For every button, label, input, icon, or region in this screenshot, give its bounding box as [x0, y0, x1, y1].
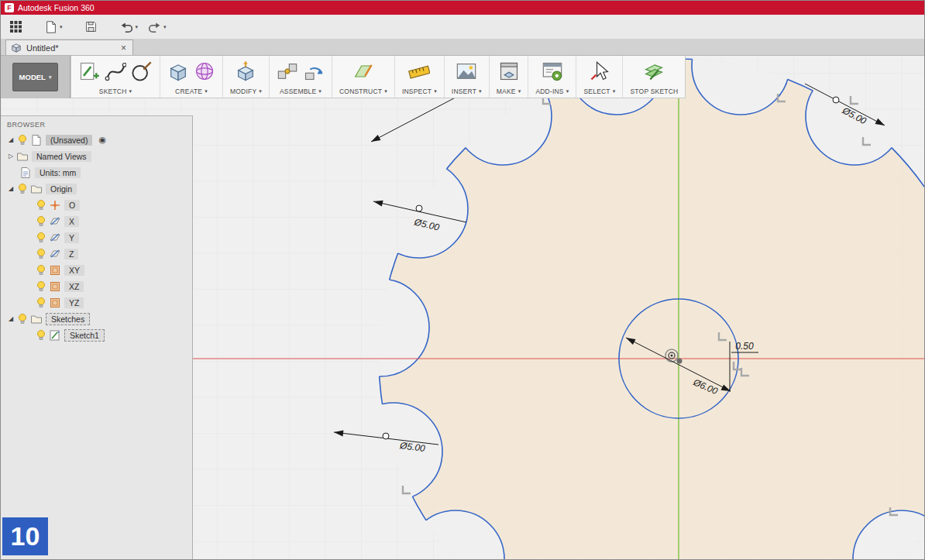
toolbar-group-select[interactable]: SELECT▾ [576, 56, 623, 98]
browser-row-axis-y[interactable]: Y [1, 229, 192, 246]
main-toolbar: MODEL ▾ [1, 56, 686, 98]
root-document-label[interactable]: (Unsaved) [46, 135, 92, 146]
circle-tool-icon[interactable] [131, 60, 153, 82]
plane-yz-label[interactable]: YZ [64, 297, 84, 308]
tab-untitled[interactable]: Untitled* × [5, 40, 133, 55]
plane-xy-label[interactable]: XY [64, 265, 84, 276]
redo-button[interactable]: ▾ [145, 18, 169, 36]
browser-row-sketch1[interactable]: Sketch1 [1, 327, 192, 343]
bulb-icon[interactable] [16, 313, 29, 325]
axis-y-label[interactable]: Y [64, 232, 79, 243]
browser-row-plane-xz[interactable]: XZ [1, 278, 192, 294]
collapse-arrow-icon[interactable]: ▷ [5, 153, 16, 160]
toolbar-label-make[interactable]: MAKE▾ [497, 88, 521, 95]
workspace-switcher-button[interactable]: MODEL ▾ [12, 63, 59, 91]
toolbar-group-construct[interactable]: CONSTRUCT▾ [332, 56, 395, 98]
named-views-label[interactable]: Named Views [32, 151, 91, 162]
file-menu-button[interactable]: ▾ [42, 18, 65, 36]
toolbar-group-insert[interactable]: INSERT▾ [445, 56, 490, 98]
bulb-icon[interactable] [35, 232, 47, 244]
document-icon [30, 134, 43, 146]
press-pull-icon[interactable] [235, 60, 256, 82]
document-cube-icon [11, 43, 22, 53]
origin-label[interactable]: Origin [46, 184, 77, 194]
bulb-icon[interactable] [35, 280, 47, 293]
browser-row-origin[interactable]: ◢ Origin [1, 180, 192, 197]
bulb-icon[interactable] [35, 297, 47, 309]
toolbar-label-inspect[interactable]: INSPECT▾ [402, 88, 437, 95]
browser-row-plane-yz[interactable]: YZ [1, 294, 192, 311]
browser-row-named-views[interactable]: ▷ Named Views [1, 148, 192, 164]
sketch-icon [49, 329, 61, 342]
axis-x-label[interactable]: X [64, 216, 79, 227]
app-grid-icon [9, 20, 22, 33]
dim-offset[interactable]: 0.50 [735, 341, 754, 352]
sketch-point[interactable] [677, 359, 683, 364]
app-grid-button[interactable] [7, 18, 25, 36]
browser-row-units[interactable]: Units: mm [1, 164, 192, 180]
axis-icon [49, 232, 61, 244]
toolbar-label-select[interactable]: SELECT▾ [583, 88, 615, 95]
tab-close-icon[interactable]: × [119, 43, 128, 53]
save-button[interactable] [82, 18, 100, 36]
bulb-icon[interactable] [16, 134, 29, 146]
make-3dprint-icon[interactable] [498, 60, 520, 82]
sphere-mesh-icon[interactable] [194, 60, 215, 82]
bulb-icon[interactable] [35, 199, 47, 211]
browser-header: BROWSER [1, 118, 192, 132]
bulb-icon[interactable] [35, 215, 47, 228]
bulb-icon[interactable] [35, 329, 47, 342]
expand-arrow-icon[interactable]: ◢ [5, 315, 16, 322]
toolbar-label-sketch[interactable]: SKETCH▾ [99, 88, 132, 95]
toolbar-label-modify[interactable]: MODIFY▾ [230, 88, 262, 95]
browser-row-origin-point[interactable]: O [1, 197, 192, 213]
spline-icon[interactable] [105, 60, 126, 82]
sketches-folder-label[interactable]: Sketches [46, 313, 90, 325]
box-icon[interactable] [167, 60, 189, 82]
undo-button[interactable]: ▾ [117, 18, 141, 36]
stop-sketch-button[interactable]: STOP SKETCH [623, 56, 685, 98]
create-sketch-icon[interactable] [78, 60, 100, 82]
stop-sketch-icon [642, 60, 665, 82]
motion-icon[interactable] [303, 60, 325, 82]
toolbar-group-sketch[interactable]: SKETCH▾ [71, 56, 160, 98]
insert-image-icon[interactable] [456, 60, 477, 82]
toolbar-group-assemble[interactable]: ASSEMBLE▾ [270, 56, 332, 98]
expand-arrow-icon[interactable]: ◢ [5, 136, 16, 143]
browser-row-axis-z[interactable]: Z [1, 246, 192, 262]
plane-xz-label[interactable]: XZ [64, 281, 84, 292]
expand-arrow-icon[interactable]: ◢ [5, 185, 16, 192]
select-cursor-icon[interactable] [589, 60, 610, 82]
toolbar-label-assemble[interactable]: ASSEMBLE▾ [280, 88, 322, 95]
active-component-icon[interactable]: ◉ [98, 135, 106, 145]
browser-row-axis-x[interactable]: X [1, 213, 192, 229]
bulb-icon[interactable] [35, 264, 47, 277]
fusion-logo-icon: F [5, 3, 14, 12]
sketch1-label[interactable]: Sketch1 [64, 329, 105, 342]
origin-o-label[interactable]: O [64, 200, 80, 211]
units-label[interactable]: Units: mm [35, 167, 81, 178]
browser-row-sketches[interactable]: ◢ Sketches [1, 311, 192, 327]
toolbar-label-construct[interactable]: CONSTRUCT▾ [339, 88, 387, 95]
addins-scripts-icon[interactable] [542, 60, 563, 82]
toolbar-group-make[interactable]: MAKE▾ [490, 56, 529, 98]
bulb-icon[interactable] [16, 183, 29, 195]
chevron-down-icon: ▾ [49, 74, 52, 81]
toolbar-group-inspect[interactable]: INSPECT▾ [395, 56, 445, 98]
bulb-icon[interactable] [35, 248, 47, 260]
chevron-down-icon: ▾ [60, 24, 63, 30]
axis-z-label[interactable]: Z [64, 249, 78, 259]
toolbar-label-addins[interactable]: ADD-INS▾ [535, 88, 569, 95]
construction-plane-icon[interactable] [352, 60, 374, 82]
browser-row-root[interactable]: ◢ (Unsaved) ◉ [1, 132, 192, 148]
toolbar-group-addins[interactable]: ADD-INS▾ [528, 56, 576, 98]
browser-row-plane-xy[interactable]: XY [1, 262, 192, 278]
axis-icon [49, 215, 61, 228]
measure-ruler-icon[interactable] [408, 60, 430, 82]
toolbar-group-modify[interactable]: MODIFY▾ [223, 56, 270, 98]
toolbar-group-create[interactable]: CREATE▾ [160, 56, 223, 98]
toolbar-label-create[interactable]: CREATE▾ [175, 88, 208, 95]
joint-icon[interactable] [277, 60, 298, 82]
redo-icon [147, 20, 162, 33]
toolbar-label-insert[interactable]: INSERT▾ [452, 88, 482, 95]
